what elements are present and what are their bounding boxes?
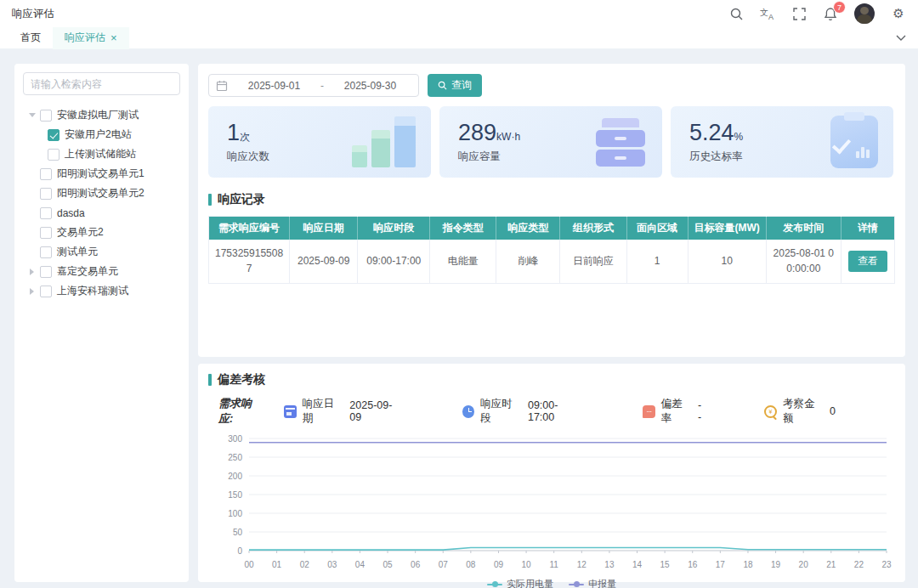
svg-text:16: 16 xyxy=(688,560,698,569)
tree-node-label[interactable]: 测试单元 xyxy=(57,245,98,259)
checkbox[interactable] xyxy=(40,266,52,278)
tree-node: 安徽用户2电站 xyxy=(23,125,180,144)
stat-card-response-count: 1次 响应次数 xyxy=(208,106,431,178)
caret-right-icon[interactable] xyxy=(26,286,37,297)
svg-text:150: 150 xyxy=(228,490,242,500)
checkbox[interactable] xyxy=(40,168,52,180)
tab-response-evaluation[interactable]: 响应评估 xyxy=(53,27,129,49)
col-header: 响应类型 xyxy=(496,217,560,240)
checkbox[interactable] xyxy=(48,149,60,161)
cell-org-form: 日前响应 xyxy=(560,240,626,284)
col-header: 详情 xyxy=(841,217,894,240)
deviation-item-rate: 偏差率 -- xyxy=(643,397,705,426)
svg-text:文: 文 xyxy=(760,8,768,17)
svg-text:00: 00 xyxy=(244,560,254,569)
col-header: 响应时段 xyxy=(358,217,430,240)
notifications-bell-icon[interactable]: 7 xyxy=(823,6,838,21)
legend-label: 申报量 xyxy=(588,578,616,588)
clipboard-check-icon xyxy=(830,116,878,168)
tree-node-label[interactable]: dasda xyxy=(57,207,85,219)
view-button[interactable]: 查看 xyxy=(848,251,887,272)
stat-card-response-capacity: 289kW·h 响应容量 xyxy=(439,106,662,178)
svg-text:09: 09 xyxy=(494,560,504,569)
deviation-item-value: 09:00-17:00 xyxy=(528,399,583,423)
tree-node-label[interactable]: 安徽用户2电站 xyxy=(65,127,132,142)
translate-icon[interactable]: 文A xyxy=(760,6,775,21)
col-header: 响应日期 xyxy=(290,217,358,240)
stat-cards: 1次 响应次数 289kW·h 响应容量 5.24% 历史达标率 xyxy=(208,106,895,178)
cell-target-capacity: 10 xyxy=(688,240,766,284)
date-end[interactable]: 2025-09-30 xyxy=(329,80,411,92)
tree-node-label[interactable]: 阳明测试交易单元2 xyxy=(57,186,144,201)
deviation-item-label: 响应时段 xyxy=(480,397,522,426)
tree-node-label[interactable]: 安徽虚拟电厂测试 xyxy=(57,108,139,122)
section-title-text: 响应记录 xyxy=(218,192,265,207)
checkbox[interactable] xyxy=(40,286,52,297)
date-range-picker[interactable]: 2025-09-01 - 2025-09-30 xyxy=(208,74,419,97)
date-start[interactable]: 2025-09-01 xyxy=(233,80,315,92)
svg-text:20: 20 xyxy=(799,560,809,569)
cell-record-id: 1753259155087 xyxy=(209,240,290,284)
section-accent-bar xyxy=(208,194,212,206)
tree-node-label[interactable]: 阳明测试交易单元1 xyxy=(57,167,144,181)
deviation-chart-wrap: 0501001502002503000001020304050607080910… xyxy=(208,430,895,588)
query-button-label: 查询 xyxy=(451,78,472,93)
header-icons: 文A 7 xyxy=(728,3,906,24)
col-header: 需求响应编号 xyxy=(209,217,290,240)
checkbox[interactable] xyxy=(40,246,52,258)
checkbox[interactable] xyxy=(40,188,52,200)
col-header: 指令类型 xyxy=(430,217,496,240)
tree-node: 阳明测试交易单元1 xyxy=(23,164,180,184)
deviation-item-label: 考察金额 xyxy=(783,397,824,426)
settings-gear-icon[interactable] xyxy=(891,6,906,21)
deviation-section-title: 偏差考核 xyxy=(208,372,895,387)
cell-publish-time: 2025-08-01 00:00:00 xyxy=(766,240,841,284)
search-input[interactable] xyxy=(23,72,180,95)
tree-node-label[interactable]: 交易单元2 xyxy=(57,225,104,240)
section-title-text: 偏差考核 xyxy=(218,372,265,387)
svg-text:15: 15 xyxy=(660,560,671,569)
svg-text:17: 17 xyxy=(716,560,726,569)
tree-node-label[interactable]: 嘉定交易单元 xyxy=(57,264,118,279)
checkbox[interactable] xyxy=(40,207,52,219)
deviation-prefix: 需求响应: xyxy=(218,396,265,427)
flag-icon xyxy=(643,405,655,418)
svg-text:21: 21 xyxy=(826,560,836,569)
legend-item-declared[interactable]: 申报量 xyxy=(569,578,616,588)
svg-text:04: 04 xyxy=(355,560,366,569)
tree-node: 测试单元 xyxy=(23,242,180,262)
checkbox[interactable] xyxy=(40,227,52,239)
checkbox-checked[interactable] xyxy=(48,129,60,141)
col-header: 发布时间 xyxy=(766,217,841,240)
svg-text:300: 300 xyxy=(228,434,242,444)
tree-node: 阳明测试交易单元2 xyxy=(23,184,180,203)
caret-down-icon[interactable] xyxy=(26,110,37,121)
svg-text:01: 01 xyxy=(272,560,282,569)
checkbox[interactable] xyxy=(40,110,52,122)
stat-value: 5.24% xyxy=(689,120,743,146)
svg-text:14: 14 xyxy=(632,560,643,569)
records-section-title: 响应记录 xyxy=(208,192,895,207)
deviation-item-value: 0 xyxy=(830,405,836,417)
query-button[interactable]: 查询 xyxy=(428,74,482,97)
fullscreen-icon[interactable] xyxy=(791,6,807,21)
search-icon[interactable] xyxy=(728,6,744,21)
chevron-down-icon[interactable] xyxy=(892,35,910,42)
caret-right-icon[interactable] xyxy=(26,266,37,277)
deviation-chart: 0501001502002503000001020304050607080910… xyxy=(208,430,893,573)
close-icon[interactable] xyxy=(110,31,117,44)
tab-home[interactable]: 首页 xyxy=(8,27,53,49)
tree-node: 交易单元2 xyxy=(23,223,180,242)
stat-value: 289kW·h xyxy=(458,120,520,146)
app-header: 响应评估 文A 7 xyxy=(0,0,918,27)
cell-detail: 查看 xyxy=(841,240,894,284)
svg-text:11: 11 xyxy=(550,560,559,569)
user-avatar[interactable] xyxy=(854,3,875,24)
tree-node-label[interactable]: 上海安科瑞测试 xyxy=(57,284,128,298)
legend-item-actual[interactable]: 实际用电量 xyxy=(487,578,553,588)
tree-node: 上海安科瑞测试 xyxy=(23,281,180,301)
tab-bar: 首页 响应评估 xyxy=(0,27,918,49)
tree-node-label[interactable]: 上传测试储能站 xyxy=(65,147,136,161)
calendar-icon xyxy=(284,405,297,418)
sidebar: 安徽虚拟电厂测试 安徽用户2电站 上传测试储能站 阳明测试交易单元1 阳明测试交… xyxy=(14,64,189,582)
